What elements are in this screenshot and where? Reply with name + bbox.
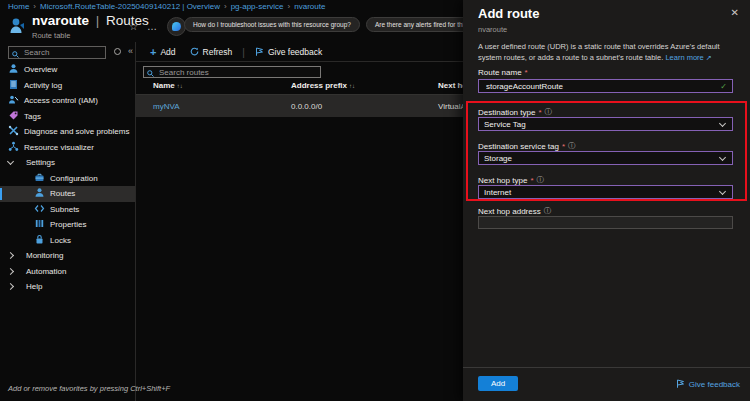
- tag-icon: [8, 110, 19, 123]
- copilot-suggestion-troubleshoot[interactable]: How do I troubleshoot issues with this r…: [184, 17, 360, 32]
- next-hop-type-label: Next hop type* ⓘ: [478, 175, 544, 185]
- sidebar-item-label: Overview: [24, 65, 57, 74]
- breadcrumb-nvaroute[interactable]: nvaroute: [294, 2, 325, 11]
- add-button[interactable]: Add: [478, 376, 518, 391]
- close-icon[interactable]: ✕: [731, 7, 739, 18]
- sidebar-group-help[interactable]: Help: [0, 279, 135, 295]
- subnets-icon: [34, 203, 45, 216]
- title-separator: |: [96, 13, 100, 28]
- destination-service-tag-dropdown[interactable]: Storage: [478, 151, 733, 165]
- more-actions-icon[interactable]: …: [147, 21, 158, 32]
- sidebar-item-access-control-iam[interactable]: Access control (IAM): [0, 93, 135, 109]
- column-label: Address prefix: [291, 81, 347, 90]
- add-label: Add: [160, 47, 175, 57]
- refresh-label: Refresh: [203, 47, 233, 57]
- favorite-star-icon[interactable]: ☆: [129, 21, 138, 32]
- resource-name: nvaroute: [32, 13, 89, 28]
- resource-type-label: Route table: [32, 31, 70, 40]
- learn-more-link[interactable]: Learn more ↗: [665, 53, 711, 62]
- sidebar-item-label: Properties: [50, 220, 86, 229]
- sort-icon: ↑↓: [177, 83, 183, 89]
- info-icon[interactable]: ⓘ: [568, 141, 576, 151]
- valid-check-icon: ✓: [720, 82, 727, 91]
- breadcrumb: Home › Microsoft.RouteTable-202504091402…: [8, 2, 325, 11]
- route-name-field: ✓: [478, 79, 733, 93]
- chevron-down-icon: [719, 119, 726, 126]
- route-name-label: Route name*: [478, 68, 528, 77]
- routes-search-input[interactable]: [157, 67, 311, 78]
- sidebar-search-input[interactable]: [22, 47, 106, 58]
- required-marker: *: [562, 142, 565, 151]
- info-icon[interactable]: ⓘ: [545, 107, 553, 117]
- access-control-icon: [8, 94, 19, 107]
- sidebar-collapse-icon[interactable]: «: [128, 47, 133, 56]
- sidebar-item-properties[interactable]: Properties: [0, 217, 135, 233]
- give-feedback-label: Give feedback: [689, 380, 740, 389]
- sidebar-settings-icon[interactable]: [114, 48, 121, 55]
- panel-description: A user defined route (UDR) is a static r…: [478, 41, 740, 63]
- column-header-name[interactable]: Name↑↓: [153, 81, 183, 90]
- route-address-prefix: 0.0.0.0/0: [291, 102, 322, 111]
- sidebar-item-tags[interactable]: Tags: [0, 109, 135, 125]
- column-header-address-prefix[interactable]: Address prefix↑↓: [291, 81, 355, 90]
- sidebar-item-label: Locks: [50, 236, 71, 245]
- routes-toolbar: + Add Refresh | Give feedback: [146, 45, 326, 59]
- route-name-input[interactable]: [484, 81, 720, 92]
- sidebar-item-activity-log[interactable]: Activity log: [0, 78, 135, 94]
- sidebar-item-locks[interactable]: Locks: [0, 233, 135, 249]
- external-link-icon: ↗: [706, 54, 712, 61]
- sidebar-item-label: Automation: [26, 267, 66, 276]
- route-name-link[interactable]: myNVA: [153, 102, 180, 111]
- sidebar-group-monitoring[interactable]: Monitoring: [0, 248, 135, 264]
- sidebar-item-label: Routes: [50, 189, 75, 198]
- chevron-right-icon: [7, 268, 14, 275]
- lock-icon: [34, 234, 45, 247]
- next-hop-type-value: Internet: [484, 188, 511, 197]
- required-marker: *: [538, 108, 541, 117]
- breadcrumb-resource-group[interactable]: pg-app-service: [231, 2, 284, 11]
- copilot-logo: [172, 22, 181, 31]
- add-route-button[interactable]: + Add: [146, 47, 180, 57]
- info-icon[interactable]: ⓘ: [544, 206, 552, 216]
- sidebar-tools: «: [114, 47, 133, 56]
- chevron-down-icon: [719, 153, 726, 160]
- breadcrumb-separator: ›: [288, 2, 291, 11]
- sidebar-item-resource-visualizer[interactable]: Resource visualizer: [0, 140, 135, 156]
- breadcrumb-routetable-overview[interactable]: Microsoft.RouteTable-20250409140212 | Ov…: [40, 2, 220, 11]
- next-hop-type-dropdown[interactable]: Internet: [478, 185, 733, 199]
- sidebar-item-configuration[interactable]: Configuration: [0, 171, 135, 187]
- refresh-button[interactable]: Refresh: [186, 47, 237, 58]
- info-icon[interactable]: ⓘ: [537, 175, 545, 185]
- feedback-flag-icon: [676, 379, 685, 390]
- route-table-icon: [8, 16, 28, 40]
- chevron-right-icon: [7, 252, 14, 259]
- next-hop-address-input: [484, 217, 727, 228]
- sidebar-item-label: Access control (IAM): [24, 96, 98, 105]
- refresh-icon: [190, 47, 199, 58]
- next-hop-address-field: [478, 216, 733, 229]
- feedback-flag-icon: [255, 47, 264, 58]
- sidebar-item-routes[interactable]: Routes: [0, 186, 135, 202]
- give-feedback-button[interactable]: Give feedback: [251, 47, 326, 58]
- panel-give-feedback-link[interactable]: Give feedback: [676, 379, 740, 390]
- sidebar-group-settings[interactable]: Settings: [0, 155, 135, 171]
- sidebar-item-label: Configuration: [50, 174, 98, 183]
- chevron-right-icon: [7, 283, 14, 290]
- plus-icon: +: [150, 47, 156, 57]
- sidebar-group-automation[interactable]: Automation: [0, 264, 135, 280]
- sort-icon: ↑↓: [349, 83, 355, 89]
- azure-portal-window: Home › Microsoft.RouteTable-202504091402…: [0, 0, 750, 401]
- column-label: Name: [153, 81, 175, 90]
- destination-type-dropdown[interactable]: Service Tag: [478, 117, 733, 131]
- diagnose-icon: [8, 125, 19, 138]
- title-actions: ☆ …: [129, 17, 186, 36]
- required-marker: *: [530, 176, 533, 185]
- sidebar-item-label: Subnets: [50, 205, 79, 214]
- sidebar-item-overview[interactable]: Overview: [0, 62, 135, 78]
- breadcrumb-home[interactable]: Home: [8, 2, 29, 11]
- sidebar-item-label: Settings: [26, 158, 55, 167]
- routes-icon: [34, 187, 45, 200]
- destination-type-label: Destination type* ⓘ: [478, 107, 552, 117]
- sidebar-item-diagnose[interactable]: Diagnose and solve problems: [0, 124, 135, 140]
- sidebar-item-subnets[interactable]: Subnets: [0, 202, 135, 218]
